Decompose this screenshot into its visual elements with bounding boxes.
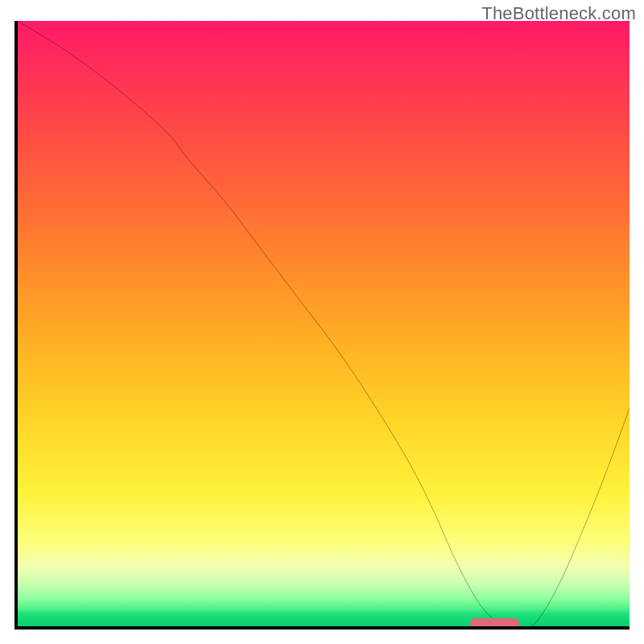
watermark-text: TheBottleneck.com [481, 3, 636, 24]
plot-area [14, 21, 630, 630]
curve-path [18, 21, 630, 626]
bottleneck-curve [18, 21, 630, 626]
optimal-range-marker [470, 618, 519, 629]
chart-container: TheBottleneck.com [0, 0, 644, 644]
